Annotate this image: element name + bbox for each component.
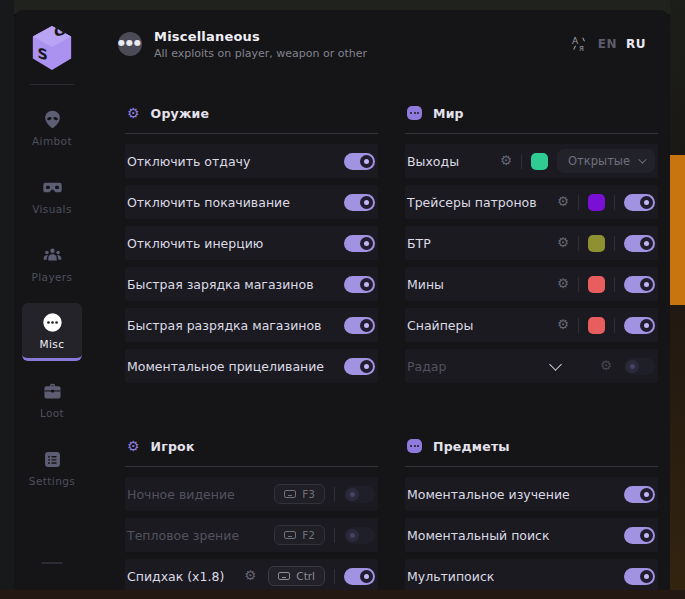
toggle-switch[interactable] (344, 153, 375, 170)
toggle-switch[interactable] (344, 486, 375, 503)
gear-icon[interactable]: ⚙ (600, 359, 612, 373)
sidebar-item-label: Aimbot (32, 135, 72, 147)
keybind-badge[interactable]: F2 (274, 525, 325, 545)
toggle-knob (640, 237, 653, 250)
toggle-knob (360, 570, 373, 583)
row-controls: ⚙ (600, 358, 655, 375)
chevron-down-icon (638, 155, 646, 163)
lang-ru-button[interactable]: RU (626, 37, 646, 51)
row-controls (344, 194, 375, 211)
feature-row: Ночное видениеF3 (125, 477, 378, 511)
keybind-badge[interactable]: Ctrl (268, 566, 325, 586)
sidebar-item-settings[interactable]: Settings (22, 439, 82, 497)
sidebar-item-misc[interactable]: Misc (22, 303, 82, 361)
gear-icon[interactable]: ⚙ (557, 236, 569, 250)
svg-text:A: A (572, 36, 579, 46)
toggle-knob (626, 360, 639, 373)
toggle-knob (360, 237, 373, 250)
row-controls (344, 153, 375, 170)
toggle-knob (360, 155, 373, 168)
toggle-switch[interactable] (624, 527, 655, 544)
toggle-switch[interactable] (344, 235, 375, 252)
section-rows: Отключить отдачуОтключить покачиваниеОтк… (125, 144, 378, 383)
section-divider (405, 133, 658, 134)
toggle-switch[interactable] (624, 194, 655, 211)
gear-icon: ⚙ (127, 439, 140, 453)
header-text: Miscellaneous All exploits on player, we… (154, 29, 367, 60)
color-swatch[interactable] (588, 317, 605, 334)
toggle-knob (640, 278, 653, 291)
section-header: Предметы (405, 421, 658, 457)
toggle-knob (360, 278, 373, 291)
toggle-switch[interactable] (624, 276, 655, 293)
feature-label: Ночное видение (127, 487, 235, 502)
gear-icon[interactable]: ⚙ (557, 318, 569, 332)
section-rows: Выходы⚙ОткрытыеТрейсеры патронов⚙БТР⚙Мин… (405, 144, 658, 383)
control-separator (578, 195, 579, 210)
row-controls: ⚙ (557, 317, 655, 334)
color-swatch[interactable] (588, 194, 605, 211)
sidebar-item-players[interactable]: Players (22, 235, 82, 293)
toggle-switch[interactable] (624, 235, 655, 252)
keyboard-icon (278, 572, 290, 580)
row-controls: ⚙Открытые (500, 149, 655, 173)
section-divider (405, 466, 658, 467)
toggle-switch[interactable] (344, 568, 375, 585)
feature-row: Мультипоиск (405, 559, 658, 590)
gear-icon[interactable]: ⚙ (244, 569, 256, 583)
ellipsis-icon (42, 312, 63, 333)
feature-label: Моментальное изучение (407, 487, 570, 502)
settings-icon (42, 449, 63, 470)
color-swatch[interactable] (588, 235, 605, 252)
row-controls (624, 568, 655, 585)
toggle-switch[interactable] (624, 358, 655, 375)
color-swatch[interactable] (588, 276, 605, 293)
keybind-badge[interactable]: F3 (274, 484, 325, 504)
gear-icon[interactable]: ⚙ (500, 154, 512, 168)
state-dropdown[interactable]: Открытые (557, 149, 655, 173)
gear-icon[interactable]: ⚙ (557, 277, 569, 291)
chevron-down-icon[interactable] (549, 358, 562, 371)
feature-label: Радар (407, 359, 446, 374)
toggle-switch[interactable] (344, 317, 375, 334)
dots-badge-icon (407, 439, 422, 453)
sidebar-item-aimbot[interactable]: Aimbot (22, 99, 82, 157)
toggle-knob (360, 360, 373, 373)
gear-icon[interactable]: ⚙ (557, 195, 569, 209)
sidebar-item-visuals[interactable]: Visuals (22, 167, 82, 225)
lang-en-button[interactable]: EN (598, 37, 617, 51)
control-separator (578, 236, 579, 251)
row-controls: ⚙ (557, 194, 655, 211)
feature-label: Быстрая разрядка магазинов (127, 318, 321, 333)
toggle-switch[interactable] (344, 358, 375, 375)
section-divider (125, 133, 378, 134)
toggle-knob (640, 529, 653, 542)
feature-row: Отключить отдачу (125, 144, 378, 178)
feature-row: Трейсеры патронов⚙ (405, 185, 658, 219)
section-header: Мир (405, 88, 658, 124)
toggle-switch[interactable] (344, 194, 375, 211)
feature-row: Выходы⚙Открытые (405, 144, 658, 178)
section-title: Игрок (151, 439, 195, 454)
feature-label: Быстрая зарядка магазинов (127, 277, 314, 292)
toggle-switch[interactable] (344, 527, 375, 544)
sidebar-item-label: Players (32, 271, 73, 283)
feature-row: Отключить инерцию (125, 226, 378, 260)
toggle-switch[interactable] (344, 276, 375, 293)
row-controls (344, 235, 375, 252)
control-separator (334, 487, 335, 502)
content-area: ⚙ОружиеОтключить отдачуОтключить покачив… (90, 72, 670, 590)
sidebar-divider (30, 84, 74, 85)
toggle-knob (346, 529, 359, 542)
color-swatch[interactable] (531, 153, 548, 170)
svg-text:S: S (38, 44, 48, 63)
toggle-switch[interactable] (624, 568, 655, 585)
row-controls: ⚙ (557, 276, 655, 293)
misc-ellipsis-icon: ●●● (118, 32, 142, 56)
toggle-switch[interactable] (624, 486, 655, 503)
toggle-switch[interactable] (624, 317, 655, 334)
header-bar: ●●● Miscellaneous All exploits on player… (90, 10, 670, 72)
sidebar-item-label: Loot (40, 407, 64, 419)
sidebar-item-loot[interactable]: Loot (22, 371, 82, 429)
keybind-label: Ctrl (296, 570, 315, 582)
